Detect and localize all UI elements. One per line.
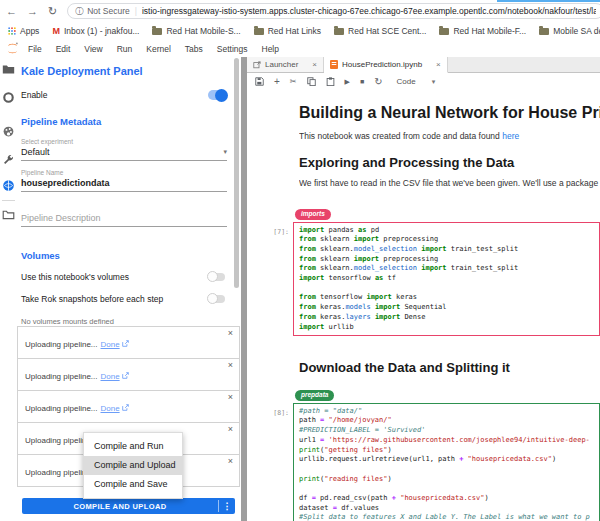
url-bar[interactable]: ⓘ Not Secure | istio-ingressgateway-isti… <box>67 3 600 19</box>
done-link[interactable]: Done <box>101 404 120 413</box>
add-cell-icon[interactable]: + <box>274 77 280 87</box>
bookmark-6[interactable]: Mobile SA develo... <box>539 26 600 36</box>
bookmark-label: Apps <box>20 26 39 36</box>
panel-title: Kale Deployment Panel <box>21 65 227 77</box>
rok-snapshots-toggle[interactable] <box>209 295 225 303</box>
tab-houseprediction[interactable]: HousePrediction.ipynb × <box>324 57 448 73</box>
folder-icon <box>334 28 344 35</box>
close-icon[interactable]: × <box>436 60 441 69</box>
menu-run[interactable]: Run <box>110 44 140 54</box>
pipeline-name-input[interactable]: housepredictiondata <box>21 176 227 192</box>
compile-context-menu: Compile and RunCompile and UploadCompile… <box>83 432 183 499</box>
external-link-icon[interactable] <box>120 404 129 413</box>
restart-kernel-icon[interactable]: ↻ <box>374 77 382 87</box>
jupyter-logo-icon <box>6 42 19 55</box>
cut-icon[interactable]: ✂ <box>290 78 297 86</box>
menu-help[interactable]: Help <box>255 44 286 54</box>
toast-text: Uploading pipeline...Done <box>25 340 129 349</box>
tab-launcher[interactable]: Launcher × <box>247 57 324 72</box>
running-kernels-icon[interactable] <box>2 91 15 104</box>
compile-and-upload-button[interactable]: COMPILE AND UPLOAD ⋮ <box>22 498 235 514</box>
notebook-h1: Building a Neural Network for House Pric… <box>299 104 600 122</box>
more-options-icon[interactable]: ⋮ <box>219 501 235 511</box>
url-separator: | <box>135 6 137 16</box>
bookmarks-bar: AppsMInbox (1) - jnakfou...Red Hat Mobil… <box>0 22 600 40</box>
file-browser-icon[interactable] <box>2 63 15 76</box>
upload-toast: ×Uploading pipeline...Done <box>17 326 240 359</box>
bookmark-3[interactable]: Red Hat Links <box>254 26 321 36</box>
close-icon[interactable]: × <box>228 392 233 402</box>
save-icon[interactable] <box>255 77 264 86</box>
sidebar-splitter[interactable] <box>241 57 247 521</box>
bookmark-4[interactable]: Red Hat SCE Cent... <box>334 26 426 36</box>
menu-edit[interactable]: Edit <box>49 44 78 54</box>
use-notebook-volumes-label: Use this notebook's volumes <box>21 272 129 282</box>
bookmark-0[interactable]: Apps <box>8 26 39 36</box>
cell-tag-badge[interactable]: prepdata <box>295 390 334 401</box>
notebook-content[interactable]: Building a Neural Network for House Pric… <box>247 90 600 521</box>
menu-item-compile-and-run[interactable]: Compile and Run <box>84 437 182 456</box>
menu-item-compile-and-upload[interactable]: Compile and Upload <box>84 456 182 475</box>
cell-editor[interactable]: import pandas as pdfrom sklearn import p… <box>293 222 600 337</box>
run-cell-icon[interactable]: ▶ <box>345 78 350 85</box>
external-link-icon[interactable] <box>120 340 129 349</box>
stop-kernel-icon[interactable]: ■ <box>360 78 364 85</box>
copy-icon[interactable] <box>307 77 316 86</box>
menu-kernel[interactable]: Kernel <box>139 44 178 54</box>
chevron-down-icon: ▾ <box>432 78 436 86</box>
not-secure-label: Not Secure <box>87 6 130 16</box>
bookmark-label: Mobile SA develo... <box>553 26 600 36</box>
experiment-select[interactable]: Default ▾ <box>21 145 227 161</box>
paste-icon[interactable] <box>326 77 335 86</box>
tab-label: HousePrediction.ipynb <box>342 60 422 69</box>
info-icon[interactable]: ⓘ <box>75 6 83 17</box>
pipeline-description-input[interactable]: Pipeline Description <box>21 211 227 227</box>
property-inspector-icon[interactable] <box>2 153 15 166</box>
cell-type-select[interactable]: Code ▾ <box>397 77 436 86</box>
cell-editor[interactable]: #path = "data/"path = "/home/jovyan/"#PR… <box>293 403 600 521</box>
upload-toast: ×Uploading pipeline...Done <box>17 390 240 423</box>
done-link[interactable]: Done <box>101 340 120 349</box>
forward-icon[interactable]: → <box>27 0 38 22</box>
code-cell-prepdata[interactable]: prepdata[8]:#path = "data/"path = "/home… <box>247 383 600 521</box>
close-icon[interactable]: × <box>312 60 317 69</box>
close-icon[interactable]: × <box>228 456 233 466</box>
menu-file[interactable]: File <box>21 44 49 54</box>
toast-text: Uploading pipeline...Done <box>25 372 129 381</box>
pipeline-description-placeholder: Pipeline Description <box>21 213 101 223</box>
reload-icon[interactable]: ↻ <box>48 0 57 22</box>
panel-scrollbar[interactable] <box>234 58 239 288</box>
cell-tag-badge[interactable]: imports <box>295 209 331 220</box>
bookmark-1[interactable]: MInbox (1) - jnakfou... <box>52 26 139 36</box>
rok-snapshots-label: Take Rok snapshots before each step <box>21 294 163 304</box>
open-tabs-icon[interactable] <box>2 208 15 221</box>
here-link[interactable]: here <box>502 131 519 141</box>
bookmark-2[interactable]: Red Hat Mobile-S... <box>152 26 240 36</box>
code-cell-imports[interactable]: imports[7]:import pandas as pdfrom sklea… <box>247 202 600 348</box>
upload-toast: ×Uploading pipeline...Done <box>17 358 240 391</box>
menu-view[interactable]: View <box>77 44 109 54</box>
cell-prompt: [8]: <box>247 403 293 417</box>
window-edge-artifact <box>497 0 600 2</box>
tab-bar: Launcher × HousePrediction.ipynb × <box>247 57 600 73</box>
done-link[interactable]: Done <box>101 372 120 381</box>
close-icon[interactable]: × <box>228 424 233 434</box>
chevron-down-icon: ▾ <box>223 148 227 156</box>
back-icon[interactable]: ← <box>6 0 17 22</box>
kale-icon[interactable] <box>2 179 15 192</box>
menu-item-compile-and-save[interactable]: Compile and Save <box>84 475 182 494</box>
menu-settings[interactable]: Settings <box>210 44 255 54</box>
cell-type-value: Code <box>397 77 416 86</box>
enable-toggle[interactable] <box>208 90 227 100</box>
no-volumes-text: No volumes mounts defined <box>21 317 227 326</box>
command-palette-icon[interactable] <box>2 125 15 138</box>
menu-tabs[interactable]: Tabs <box>178 44 210 54</box>
notebook-p1: This notebook was created from code and … <box>299 131 600 141</box>
close-icon[interactable]: × <box>228 328 233 338</box>
bookmark-label: Red Hat Mobile-F... <box>453 26 526 36</box>
bookmark-label: Red Hat Links <box>268 26 321 36</box>
use-notebook-volumes-toggle[interactable] <box>209 273 225 281</box>
external-link-icon[interactable] <box>120 372 129 381</box>
close-icon[interactable]: × <box>228 360 233 370</box>
bookmark-5[interactable]: Red Hat Mobile-F... <box>439 26 526 36</box>
